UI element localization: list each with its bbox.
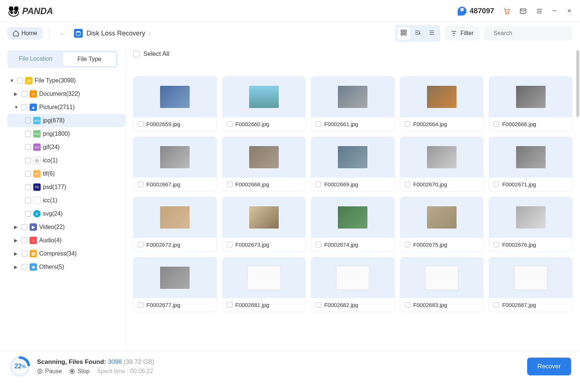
tree-ico[interactable]: ◎ico(1) xyxy=(7,154,125,167)
file-checkbox[interactable] xyxy=(316,182,321,187)
file-checkbox[interactable] xyxy=(493,242,499,247)
file-grid: F0002659.jpgF0002660.jpgF0002661.jpgF000… xyxy=(133,62,573,312)
file-name: F0002667.jpg xyxy=(146,181,180,187)
file-card[interactable]: F0002660.jpg xyxy=(222,76,306,131)
menu-icon[interactable] xyxy=(536,7,543,15)
file-checkbox[interactable] xyxy=(405,242,410,247)
file-name: F0002675.jpg xyxy=(413,241,447,248)
file-name: F0002670.jpg xyxy=(413,181,447,187)
file-card[interactable]: F0002659.jpg xyxy=(133,76,217,131)
search-input[interactable] xyxy=(493,30,567,37)
file-checkbox[interactable] xyxy=(493,182,499,187)
tree-video[interactable]: ▶▶Video(22) xyxy=(7,220,125,234)
file-checkbox[interactable] xyxy=(493,121,499,127)
file-checkbox[interactable] xyxy=(405,182,410,187)
file-card[interactable]: F0002671.jpg xyxy=(489,136,573,192)
tree-png[interactable]: PNGpng(1800) xyxy=(7,127,125,141)
file-checkbox[interactable] xyxy=(138,242,143,247)
close-button[interactable] xyxy=(567,8,573,14)
file-thumbnail xyxy=(489,257,572,298)
pause-button[interactable]: Pause xyxy=(37,368,62,375)
file-checkbox[interactable] xyxy=(316,302,321,308)
file-card[interactable]: F0002683.jpg xyxy=(400,257,484,312)
file-card[interactable]: F0002687.jpg xyxy=(489,257,573,312)
file-checkbox[interactable] xyxy=(227,182,233,187)
select-all-label: Select All xyxy=(143,50,169,58)
tab-file-location[interactable]: File Location xyxy=(9,52,62,67)
file-checkbox[interactable] xyxy=(405,121,410,127)
file-checkbox[interactable] xyxy=(316,121,321,127)
user-avatar-icon[interactable] xyxy=(458,7,467,16)
file-card[interactable]: F0002675.jpg xyxy=(400,197,484,252)
select-all-checkbox[interactable] xyxy=(133,51,140,57)
sidebar: File Location File Type ▼📁File Type(3098… xyxy=(0,44,126,351)
file-name: F0002664.jpg xyxy=(413,121,447,127)
breadcrumb-text[interactable]: Disk Loss Recovery xyxy=(87,30,145,37)
tree-psd[interactable]: Pspsd(177) xyxy=(7,180,125,194)
tree-jpg[interactable]: JPGjpg(678) xyxy=(7,114,125,127)
file-checkbox[interactable] xyxy=(405,302,410,308)
file-card[interactable]: F0002669.jpg xyxy=(311,136,395,192)
file-card[interactable]: F0002674.jpg xyxy=(311,197,395,252)
file-checkbox[interactable] xyxy=(227,302,233,308)
tree-svg[interactable]: esvg(24) xyxy=(7,207,125,220)
chevron-right-icon: › xyxy=(149,30,151,37)
tree-tif[interactable]: TIFtif(6) xyxy=(7,167,125,180)
file-checkbox[interactable] xyxy=(227,121,233,127)
tree-icc[interactable]: ◢icc(1) xyxy=(7,194,125,207)
file-checkbox[interactable] xyxy=(227,242,233,247)
back-button[interactable]: ← xyxy=(56,29,69,38)
scrollbar-thumb[interactable] xyxy=(576,50,579,117)
file-card[interactable]: F0002670.jpg xyxy=(400,136,484,192)
file-checkbox[interactable] xyxy=(138,182,143,187)
svg-point-2 xyxy=(9,10,18,16)
select-all[interactable]: Select All xyxy=(133,50,573,58)
file-checkbox[interactable] xyxy=(138,302,143,308)
file-thumbnail xyxy=(223,257,306,298)
tree-audio[interactable]: ▶♪Audio(4) xyxy=(7,234,125,247)
grid-view-button[interactable] xyxy=(397,27,410,40)
file-checkbox[interactable] xyxy=(493,302,499,308)
file-card[interactable]: F0002676.jpg xyxy=(489,197,573,252)
file-tree: ▼📁File Type(3098) ▶≡Document(322) ▼▲Pict… xyxy=(7,74,125,274)
file-card[interactable]: F0002677.jpg xyxy=(133,257,217,312)
file-card[interactable]: F0002681.jpg xyxy=(222,257,306,312)
file-card[interactable]: F0002667.jpg xyxy=(133,136,217,192)
file-name: F0002661.jpg xyxy=(324,121,358,127)
file-card[interactable]: F0002668.jpg xyxy=(222,136,306,192)
search-box[interactable] xyxy=(484,26,573,40)
file-card[interactable]: F0002673.jpg xyxy=(222,197,306,252)
tree-compress[interactable]: ▶▦Compress(34) xyxy=(7,247,125,260)
file-checkbox[interactable] xyxy=(138,121,143,127)
tree-root[interactable]: ▼📁File Type(3098) xyxy=(7,74,125,87)
tree-document[interactable]: ▶≡Document(322) xyxy=(7,87,125,101)
tree-gif[interactable]: GIFgif(24) xyxy=(7,141,125,154)
minimize-button[interactable] xyxy=(552,8,558,14)
home-button[interactable]: Home xyxy=(7,27,43,40)
mail-icon[interactable] xyxy=(519,7,527,15)
list-view-button[interactable] xyxy=(425,27,438,40)
svg-point-5 xyxy=(12,11,13,12)
tab-file-type[interactable]: File Type xyxy=(62,52,117,67)
filter-button[interactable]: Filter xyxy=(445,26,479,40)
svg-rect-32 xyxy=(71,371,73,372)
file-card[interactable]: F0002682.jpg xyxy=(311,257,395,312)
tree-others[interactable]: ▶◆Others(5) xyxy=(7,260,125,274)
scrollbar[interactable] xyxy=(576,50,579,345)
file-thumbnail xyxy=(489,77,572,117)
file-name: F0002683.jpg xyxy=(413,302,447,308)
stop-button[interactable]: Stop xyxy=(69,368,89,375)
sort-view-button[interactable] xyxy=(411,27,424,40)
file-card[interactable]: F0002664.jpg xyxy=(400,76,484,131)
file-checkbox[interactable] xyxy=(316,242,321,247)
recover-button[interactable]: Recover xyxy=(527,358,571,375)
svg-point-7 xyxy=(505,13,506,14)
cart-icon[interactable] xyxy=(503,7,511,15)
home-label: Home xyxy=(21,30,37,37)
file-card[interactable]: F0002672.jpg xyxy=(133,197,217,252)
breadcrumb: Disk Loss Recovery › xyxy=(74,29,151,38)
file-card[interactable]: F0002666.jpg xyxy=(489,76,573,131)
file-card[interactable]: F0002661.jpg xyxy=(311,76,395,131)
tree-picture[interactable]: ▼▲Picture(2711) xyxy=(7,101,125,114)
file-thumbnail xyxy=(311,137,394,178)
